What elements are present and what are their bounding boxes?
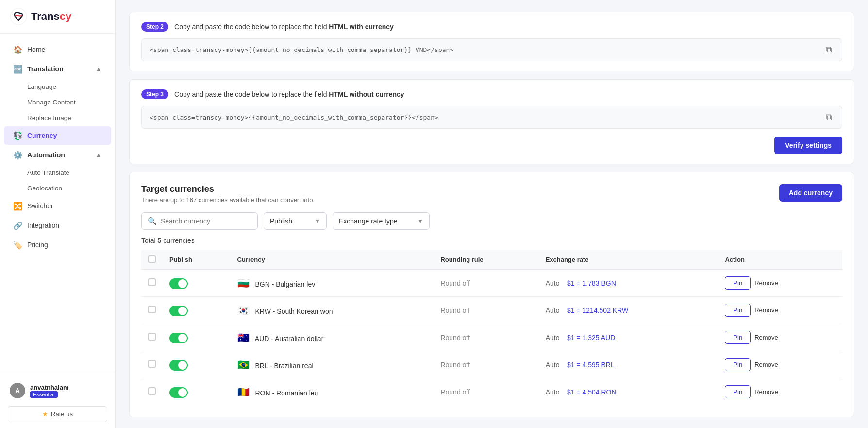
exchange-rate-filter[interactable]: Exchange rate type ▼ bbox=[333, 212, 430, 230]
row-checkbox-2[interactable] bbox=[148, 333, 156, 341]
pin-button-0[interactable]: Pin bbox=[725, 276, 751, 290]
row-checkbox-1[interactable] bbox=[148, 306, 156, 313]
step3-box: Step 3 Copy and paste the code below to … bbox=[129, 79, 854, 164]
star-icon: ★ bbox=[42, 411, 48, 418]
row-currency-cell: 🇷🇴 RON - Romanian leu bbox=[231, 378, 434, 406]
select-all-checkbox[interactable] bbox=[148, 255, 156, 263]
row-publish-cell bbox=[163, 270, 231, 297]
rate-type: Auto bbox=[546, 388, 560, 396]
row-checkbox-cell bbox=[141, 378, 163, 406]
pin-button-4[interactable]: Pin bbox=[725, 385, 751, 398]
sidebar-item-label: Pricing bbox=[27, 241, 48, 249]
search-currency-input[interactable] bbox=[161, 217, 251, 225]
publish-filter[interactable]: Publish ▼ bbox=[264, 212, 327, 230]
exchange-rate-value: $1 = 1.783 BGN bbox=[567, 279, 616, 287]
sidebar-item-pricing[interactable]: 🏷️ Pricing bbox=[4, 236, 111, 254]
publish-select[interactable]: Publish bbox=[270, 217, 315, 225]
remove-button-1[interactable]: Remove bbox=[754, 307, 778, 314]
flag-icon: 🇷🇴 bbox=[237, 387, 250, 397]
remove-button-3[interactable]: Remove bbox=[754, 361, 778, 368]
user-badge: Essential bbox=[30, 391, 58, 398]
step2-header: Step 2 Copy and paste the code below to … bbox=[141, 22, 842, 32]
sidebar-item-integration[interactable]: 🔗 Integration bbox=[4, 216, 111, 235]
rounding-rule: Round off bbox=[440, 279, 469, 287]
row-checkbox-3[interactable] bbox=[148, 360, 156, 368]
step3-header: Step 3 Copy and paste the code below to … bbox=[141, 89, 842, 99]
row-rounding-cell: Round off bbox=[434, 270, 538, 297]
verify-settings-button[interactable]: Verify settings bbox=[774, 137, 842, 154]
sidebar-item-translation[interactable]: 🔤 Translation ▲ bbox=[4, 60, 111, 78]
pricing-icon: 🏷️ bbox=[14, 240, 22, 249]
sidebar-item-auto-translate[interactable]: Auto Translate bbox=[4, 165, 111, 180]
search-icon: 🔍 bbox=[148, 217, 157, 225]
search-wrap: 🔍 bbox=[141, 212, 258, 230]
row-publish-cell bbox=[163, 351, 231, 378]
sidebar-item-replace-image[interactable]: Replace Image bbox=[4, 110, 111, 125]
sidebar-item-label: Home bbox=[27, 46, 45, 53]
action-buttons: Pin Remove bbox=[725, 304, 835, 317]
row-checkbox-0[interactable] bbox=[148, 278, 156, 286]
row-currency-cell: 🇧🇷 BRL - Brazilian real bbox=[231, 351, 434, 378]
row-checkbox-4[interactable] bbox=[148, 387, 156, 395]
sidebar-item-label: Translation bbox=[27, 65, 64, 73]
row-exchange-cell: Auto $1 = 1.783 BGN bbox=[539, 270, 718, 297]
add-currency-button[interactable]: Add currency bbox=[779, 184, 842, 202]
section-title-row: Target currencies There are up to 167 cu… bbox=[141, 184, 842, 204]
exchange-rate-select[interactable]: Exchange rate type bbox=[339, 217, 417, 225]
currency-table-body: 🇧🇬 BGN - Bulgarian lev Round off Auto $1… bbox=[141, 270, 842, 406]
integration-icon: 🔗 bbox=[14, 221, 22, 230]
row-exchange-cell: Auto $1 = 4.595 BRL bbox=[539, 351, 718, 378]
step3-copy-button[interactable]: ⧉ bbox=[824, 112, 834, 122]
sidebar-item-label: Currency bbox=[27, 132, 57, 139]
publish-toggle-2[interactable] bbox=[169, 333, 188, 343]
flag-icon: 🇦🇺 bbox=[237, 332, 250, 343]
publish-toggle-4[interactable] bbox=[169, 387, 188, 398]
publish-toggle-1[interactable] bbox=[169, 306, 188, 316]
table-row: 🇷🇴 RON - Romanian leu Round off Auto $1 … bbox=[141, 378, 842, 406]
th-currency: Currency bbox=[231, 250, 434, 270]
sidebar-item-label: Auto Translate bbox=[27, 169, 69, 176]
pin-button-3[interactable]: Pin bbox=[725, 358, 751, 371]
exchange-rate-value: $1 = 1.325 AUD bbox=[567, 334, 615, 342]
sidebar-item-automation[interactable]: ⚙️ Automation ▲ bbox=[4, 146, 111, 164]
sidebar-item-currency[interactable]: 💱 Currency bbox=[4, 126, 111, 145]
currencies-section: Target currencies There are up to 167 cu… bbox=[129, 172, 854, 417]
remove-button-4[interactable]: Remove bbox=[754, 388, 778, 395]
rate-us-button[interactable]: ★ Rate us bbox=[8, 406, 107, 422]
publish-toggle-3[interactable] bbox=[169, 360, 188, 371]
sidebar-item-label: Switcher bbox=[27, 202, 53, 210]
user-row: A anvatnhalam Essential bbox=[8, 379, 107, 402]
sidebar-footer: A anvatnhalam Essential ★ Rate us bbox=[0, 373, 115, 428]
step2-description: Copy and paste the code below to replace… bbox=[174, 23, 394, 31]
sidebar-item-label: Geolocation bbox=[27, 185, 62, 192]
table-row: 🇧🇷 BRL - Brazilian real Round off Auto $… bbox=[141, 351, 842, 378]
pin-button-1[interactable]: Pin bbox=[725, 304, 751, 317]
sidebar-item-language[interactable]: Language bbox=[4, 79, 111, 94]
chevron-up-icon: ▲ bbox=[96, 152, 101, 158]
step3-badge: Step 3 bbox=[141, 89, 168, 99]
pin-button-2[interactable]: Pin bbox=[725, 331, 751, 344]
remove-button-2[interactable]: Remove bbox=[754, 334, 778, 341]
rate-type: Auto bbox=[546, 334, 560, 342]
row-currency-cell: 🇰🇷 KRW - South Korean won bbox=[231, 297, 434, 324]
remove-button-0[interactable]: Remove bbox=[754, 279, 778, 287]
user-info: anvatnhalam Essential bbox=[30, 384, 68, 398]
logo: Transcy bbox=[0, 0, 115, 34]
sidebar-item-label: Manage Content bbox=[27, 99, 76, 106]
sidebar-item-switcher[interactable]: 🔀 Switcher bbox=[4, 197, 111, 215]
action-buttons: Pin Remove bbox=[725, 358, 835, 371]
chevron-down-icon: ▼ bbox=[315, 218, 320, 224]
sidebar-item-home[interactable]: 🏠 Home bbox=[4, 40, 111, 59]
publish-toggle-0[interactable] bbox=[169, 278, 188, 289]
row-action-cell: Pin Remove bbox=[718, 378, 842, 406]
flag-icon: 🇧🇷 bbox=[237, 360, 250, 370]
rounding-rule: Round off bbox=[440, 388, 469, 396]
step2-copy-button[interactable]: ⧉ bbox=[824, 45, 834, 55]
section-title-block: Target currencies There are up to 167 cu… bbox=[141, 184, 315, 204]
action-buttons: Pin Remove bbox=[725, 276, 835, 290]
currencies-subtitle: There are up to 167 currencies available… bbox=[141, 196, 315, 204]
sidebar-item-manage-content[interactable]: Manage Content bbox=[4, 95, 111, 110]
row-publish-cell bbox=[163, 378, 231, 406]
sidebar-item-geolocation[interactable]: Geolocation bbox=[4, 181, 111, 196]
step3-description: Copy and paste the code below to replace… bbox=[174, 90, 404, 98]
